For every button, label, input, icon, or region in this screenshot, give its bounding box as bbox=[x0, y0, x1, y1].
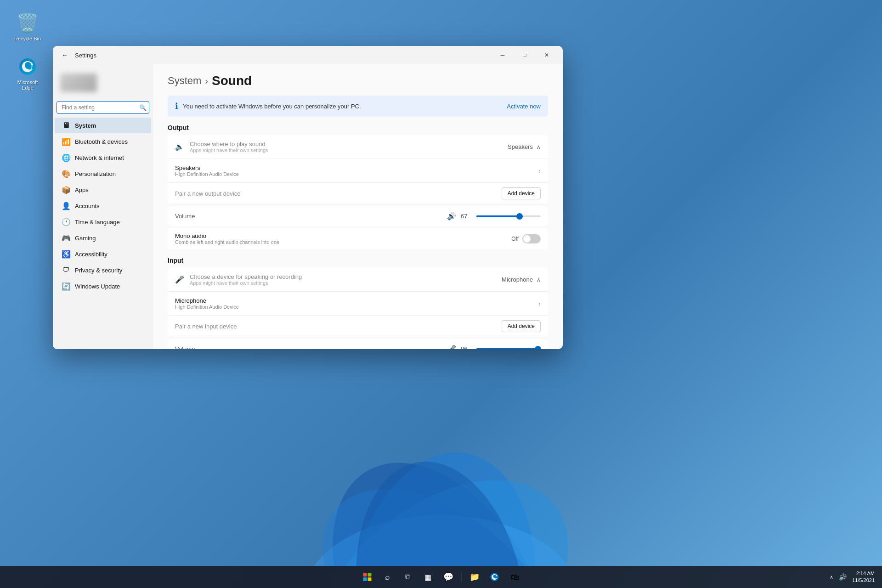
breadcrumb-parent[interactable]: System bbox=[168, 75, 201, 87]
search-taskbar-icon: ⌕ bbox=[385, 572, 390, 582]
sidebar: 🔍 🖥 System 📶 Bluetooth & devices 🌐 Netwo… bbox=[53, 64, 153, 349]
minimize-button[interactable]: ─ bbox=[492, 48, 513, 62]
output-choose-sub: Apps might have their own settings bbox=[190, 147, 268, 153]
window-body: 🔍 🖥 System 📶 Bluetooth & devices 🌐 Netwo… bbox=[53, 64, 563, 349]
speakers-device-row[interactable]: Speakers High Definition Audio Device › bbox=[168, 159, 548, 183]
input-volume-row: Volume 🎤 96 bbox=[168, 339, 548, 349]
clock-date: 11/5/2021 bbox=[852, 577, 875, 584]
edge-desktop-icon[interactable]: Microsoft Edge bbox=[9, 53, 46, 93]
output-section: Output 🔈 Choose where to play sound Apps… bbox=[168, 124, 548, 249]
store-button[interactable]: 🛍 bbox=[506, 568, 524, 586]
output-choose-chevron[interactable]: ∧ bbox=[537, 144, 541, 150]
input-section-title: Input bbox=[168, 257, 548, 264]
system-tray: ∧ 🔊 bbox=[828, 571, 848, 582]
store-icon: 🛍 bbox=[511, 572, 519, 582]
taskbar-right: ∧ 🔊 2:14 AM 11/5/2021 bbox=[828, 570, 875, 584]
sidebar-item-network[interactable]: 🌐 Network & internet bbox=[55, 150, 151, 165]
user-profile[interactable] bbox=[53, 68, 153, 97]
back-button[interactable]: ← bbox=[58, 49, 71, 62]
input-volume-icon: 🎤 bbox=[447, 345, 456, 349]
sidebar-item-apps[interactable]: 📦 Apps bbox=[55, 182, 151, 198]
activate-now-link[interactable]: Activate now bbox=[507, 103, 541, 110]
speaker-muted-icon: 🔈 bbox=[175, 142, 184, 152]
output-volume-thumb[interactable] bbox=[516, 213, 523, 220]
sidebar-item-bluetooth[interactable]: 📶 Bluetooth & devices bbox=[55, 134, 151, 149]
maximize-button[interactable]: □ bbox=[514, 48, 535, 62]
sidebar-item-label: Bluetooth & devices bbox=[75, 138, 128, 145]
sidebar-item-personalization[interactable]: 🎨 Personalization bbox=[55, 166, 151, 181]
windows-logo-icon bbox=[363, 573, 372, 581]
output-choose-right: Speakers ∧ bbox=[508, 143, 541, 150]
microphone-device-row[interactable]: Microphone High Definition Audio Device … bbox=[168, 292, 548, 316]
file-explorer-button[interactable]: 📁 bbox=[465, 568, 484, 586]
mono-toggle[interactable] bbox=[522, 234, 541, 243]
output-volume-fill bbox=[476, 215, 520, 217]
speakers-info: Speakers High Definition Audio Device bbox=[175, 164, 538, 177]
desktop: ← Settings ─ □ ✕ 🔍 bbox=[0, 0, 882, 588]
accounts-icon: 👤 bbox=[62, 202, 70, 210]
accessibility-icon: ♿ bbox=[62, 250, 70, 258]
input-volume-number: 96 bbox=[461, 345, 472, 349]
microphone-name: Microphone bbox=[175, 297, 538, 304]
output-volume-card: Volume 🔊 67 bbox=[168, 206, 548, 226]
input-volume-thumb[interactable] bbox=[535, 346, 541, 350]
sidebar-item-gaming[interactable]: 🎮 Gaming bbox=[55, 230, 151, 246]
widgets-icon: ▦ bbox=[424, 573, 431, 582]
chat-button[interactable]: 💬 bbox=[439, 568, 458, 586]
mono-audio-card: Mono audio Combine left and right audio … bbox=[168, 228, 548, 249]
output-choose-title: Choose where to play sound bbox=[190, 141, 268, 147]
start-button[interactable] bbox=[358, 568, 377, 586]
info-icon: ℹ bbox=[175, 101, 178, 111]
sidebar-item-windows-update[interactable]: 🔄 Windows Update bbox=[55, 278, 151, 294]
output-volume-label: Volume bbox=[175, 213, 442, 220]
bluetooth-icon: 📶 bbox=[62, 137, 70, 146]
clock[interactable]: 2:14 AM 11/5/2021 bbox=[852, 570, 875, 584]
search-icon[interactable]: 🔍 bbox=[139, 104, 147, 111]
input-card: 🎤 Choose a device for speaking or record… bbox=[168, 268, 548, 337]
settings-window: ← Settings ─ □ ✕ 🔍 bbox=[53, 46, 563, 349]
input-choose-row: 🎤 Choose a device for speaking or record… bbox=[168, 268, 548, 292]
input-volume-slider[interactable] bbox=[476, 348, 541, 350]
output-section-title: Output bbox=[168, 124, 548, 131]
windows-update-icon: 🔄 bbox=[62, 282, 70, 290]
search-box: 🔍 bbox=[57, 101, 149, 114]
input-choose-left: 🎤 Choose a device for speaking or record… bbox=[175, 273, 502, 286]
sidebar-item-privacy[interactable]: 🛡 Privacy & security bbox=[55, 262, 151, 278]
input-choose-text: Choose a device for speaking or recordin… bbox=[190, 273, 302, 286]
mono-audio-row: Mono audio Combine left and right audio … bbox=[168, 228, 548, 249]
mono-text: Mono audio Combine left and right audio … bbox=[175, 232, 511, 245]
microphone-sub: High Definition Audio Device bbox=[175, 304, 538, 310]
file-explorer-icon: 📁 bbox=[469, 572, 480, 582]
sidebar-item-accounts[interactable]: 👤 Accounts bbox=[55, 198, 151, 214]
output-volume-slider[interactable] bbox=[476, 215, 541, 217]
sidebar-item-time[interactable]: 🕐 Time & language bbox=[55, 214, 151, 230]
widgets-button[interactable]: ▦ bbox=[419, 568, 437, 586]
recycle-bin-desktop-icon[interactable]: 🗑️ Recycle Bin bbox=[9, 9, 46, 44]
search-input[interactable] bbox=[57, 101, 149, 114]
sidebar-item-label: Time & language bbox=[75, 219, 120, 226]
breadcrumb-separator: › bbox=[205, 76, 208, 86]
activation-text: You need to activate Windows before you … bbox=[183, 103, 361, 110]
activation-left: ℹ You need to activate Windows before yo… bbox=[175, 101, 361, 111]
task-view-button[interactable]: ⧉ bbox=[399, 568, 417, 586]
sidebar-item-accessibility[interactable]: ♿ Accessibility bbox=[55, 246, 151, 262]
svg-point-0 bbox=[19, 58, 36, 75]
add-output-device-button[interactable]: Add device bbox=[502, 187, 541, 199]
tray-expand-icon[interactable]: ∧ bbox=[828, 572, 835, 582]
edge-taskbar-button[interactable] bbox=[486, 568, 504, 586]
input-choose-chevron[interactable]: ∧ bbox=[537, 277, 541, 283]
speakers-name: Speakers bbox=[175, 164, 538, 171]
sidebar-item-label: Accounts bbox=[75, 203, 99, 209]
taskbar: ⌕ ⧉ ▦ 💬 📁 bbox=[0, 566, 882, 588]
taskbar-search-button[interactable]: ⌕ bbox=[379, 568, 397, 586]
taskbar-center: ⌕ ⧉ ▦ 💬 📁 bbox=[358, 568, 524, 586]
close-button[interactable]: ✕ bbox=[536, 48, 557, 62]
add-input-device-button[interactable]: Add device bbox=[502, 320, 541, 332]
sidebar-item-label: System bbox=[75, 122, 96, 129]
apps-icon: 📦 bbox=[62, 186, 70, 194]
edge-icon bbox=[17, 56, 39, 78]
input-choose-title: Choose a device for speaking or recordin… bbox=[190, 273, 302, 280]
sidebar-item-system[interactable]: 🖥 System bbox=[55, 118, 151, 133]
input-section: Input 🎤 Choose a device for speaking or … bbox=[168, 257, 548, 349]
volume-tray-icon[interactable]: 🔊 bbox=[837, 571, 848, 582]
